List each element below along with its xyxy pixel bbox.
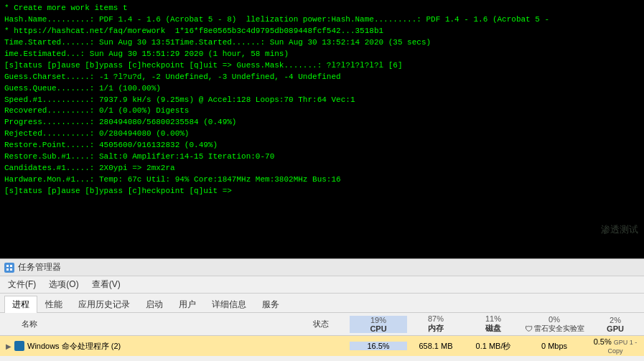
terminal-line: ime.Estimated...: Sun Aug 30 15:51:29 20… [4, 49, 640, 60]
svg-rect-0 [6, 265, 9, 267]
process-icon [14, 341, 24, 351]
watermark: 渗透测试 [601, 223, 638, 237]
tab-services[interactable]: 服务 [254, 296, 287, 313]
column-header: 名称 状态 19% CPU 87% 内存 11% 磁盘 0% 🛡 雷石安全实验室… [0, 313, 644, 336]
terminal-line: Speed.#1..........: 7937.9 kH/s (9.25ms)… [4, 95, 640, 106]
titlebar-label: 任务管理器 [18, 261, 61, 273]
terminal-line: [s]tatus [p]ause [b]ypass [c]heckpoint [… [4, 186, 640, 197]
terminal-line: Hash.Name.........: PDF 1.4 - 1.6 (Acrob… [4, 14, 640, 26]
process-gpu-engine: GPU 1 - Copy [607, 339, 637, 355]
col-memory-header[interactable]: 87% 内存 [407, 314, 465, 334]
shield-icon: 🛡 [525, 324, 533, 333]
process-gpu: 0.5% GPU 1 - Copy [587, 337, 644, 355]
menu-options[interactable]: 选项(O) [47, 278, 80, 291]
terminal-line: * Create more work items t [4, 3, 640, 14]
terminal-line: Guess.Queue.......: 1/1 (100.00%) [4, 83, 640, 95]
tab-details[interactable]: 详细信息 [204, 296, 254, 313]
terminal-line: Hardware.Mon.#1...: Temp: 67c Util: 94% … [4, 174, 640, 186]
process-cpu: 16.5% [350, 342, 407, 350]
network-percent: 0% [522, 315, 587, 324]
terminal-line: Guess.Charset.....: -1 ?l?u?d, -2 Undefi… [4, 72, 640, 83]
tab-users[interactable]: 用户 [171, 296, 204, 313]
gpu-label: GPU [587, 324, 644, 333]
menu-file[interactable]: 文件(F) [6, 278, 38, 291]
task-manager: 任务管理器 文件(F) 选项(O) 查看(V) 进程 性能 应用历史记录 启动 … [0, 258, 644, 361]
expand-icon[interactable]: ▶ [6, 342, 11, 350]
terminal-line: Restore.Sub.#1....: Salt:0 Amplifier:14-… [4, 151, 640, 163]
taskmanager-icon [4, 263, 14, 273]
process-memory: 658.1 MB [407, 342, 465, 350]
process-disk: 0.1 MB/秒 [465, 341, 522, 352]
menu-view[interactable]: 查看(V) [90, 278, 123, 291]
col-disk-header[interactable]: 11% 磁盘 [465, 314, 522, 334]
disk-percent: 11% [465, 314, 522, 323]
tab-app-history[interactable]: 应用历史记录 [70, 296, 138, 313]
network-label-area: 🛡 雷石安全实验室 [522, 324, 587, 334]
svg-rect-2 [6, 268, 9, 271]
svg-rect-3 [10, 268, 12, 271]
terminal-line: Recovered.........: 0/1 (0.00%) Digests [4, 106, 640, 117]
col-status-header: 状态 [292, 319, 350, 329]
terminal-line: [s]tatus [p]ause [b]ypass [c]heckpoint [… [4, 60, 640, 72]
cpu-percent: 19% [350, 316, 407, 324]
disk-label: 磁盘 [465, 323, 522, 334]
col-name-header: 名称 [0, 319, 292, 329]
col-network-header[interactable]: 0% 🛡 雷石安全实验室 [522, 315, 587, 334]
terminal-line: Rejected..........: 0/280494080 (0.00%) [4, 128, 640, 140]
svg-rect-1 [10, 265, 12, 267]
titlebar: 任务管理器 [0, 259, 644, 276]
memory-percent: 87% [407, 314, 465, 323]
terminal-line: Time.Started......: Sun Aug 30 13:51Time… [4, 37, 640, 49]
terminal-line: Restore.Point.....: 4505600/916132832 (0… [4, 140, 640, 151]
network-badge: 雷石安全实验室 [534, 324, 584, 334]
terminal-line: Progress..........: 280494080/5680023558… [4, 117, 640, 128]
cpu-label: CPU [350, 324, 407, 333]
process-row[interactable]: ▶ Windows 命令处理程序 (2) 16.5% 658.1 MB 0.1 … [0, 336, 644, 356]
gpu-percent: 2% [587, 316, 644, 324]
tab-bar: 进程 性能 应用历史记录 启动 用户 详细信息 服务 [0, 294, 644, 313]
col-cpu-header[interactable]: 19% CPU [350, 316, 407, 333]
terminal-line: * https://hashcat.net/faq/morework 1*16*… [4, 26, 640, 37]
menubar: 文件(F) 选项(O) 查看(V) [0, 276, 644, 294]
tab-process[interactable]: 进程 [4, 296, 37, 313]
process-network: 0 Mbps [522, 342, 587, 350]
terminal-window: * Create more work items tHash.Name.....… [0, 0, 644, 258]
col-gpu-header[interactable]: 2% GPU [587, 316, 644, 333]
memory-label: 内存 [407, 323, 465, 334]
tab-startup[interactable]: 启动 [138, 296, 171, 313]
terminal-line: Candidates.#1.....: 2X0ypi => 2mx2ra [4, 163, 640, 174]
terminal-output: * Create more work items tHash.Name.....… [4, 3, 640, 197]
process-name: ▶ Windows 命令处理程序 (2) [0, 341, 292, 352]
tab-performance[interactable]: 性能 [37, 296, 70, 313]
process-name-text: Windows 命令处理程序 (2) [27, 341, 121, 352]
